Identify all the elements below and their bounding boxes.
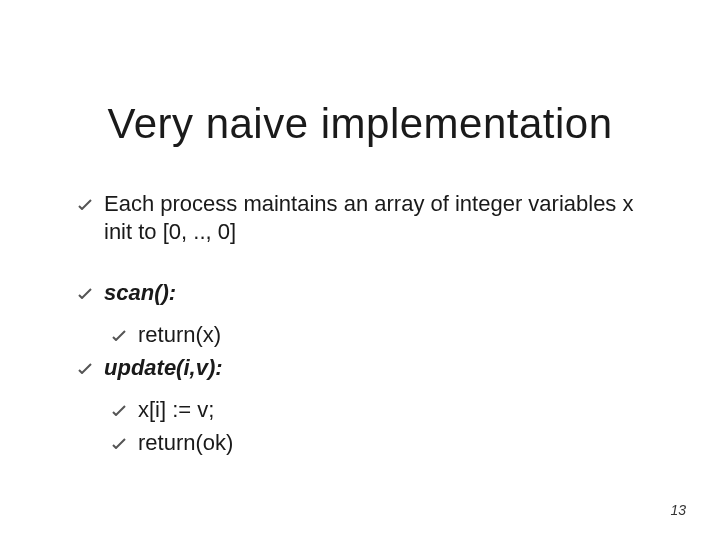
bullet-update: update(i,v): xyxy=(78,354,660,382)
slide-title: Very naive implementation xyxy=(0,100,720,148)
bullet-intro: Each process maintains an array of integ… xyxy=(78,190,660,245)
slide-body: Each process maintains an array of integ… xyxy=(78,190,660,463)
page-number: 13 xyxy=(670,502,686,518)
bullet-scan-return: return(x) xyxy=(112,321,660,349)
bullet-update-label: update(i,v): xyxy=(104,355,223,380)
slide: Very naive implementation Each process m… xyxy=(0,0,720,540)
bullet-update-assign: x[i] := v; xyxy=(112,396,660,424)
bullet-scan: scan(): xyxy=(78,279,660,307)
bullet-scan-label: scan(): xyxy=(104,280,176,305)
bullet-update-return: return(ok) xyxy=(112,429,660,457)
